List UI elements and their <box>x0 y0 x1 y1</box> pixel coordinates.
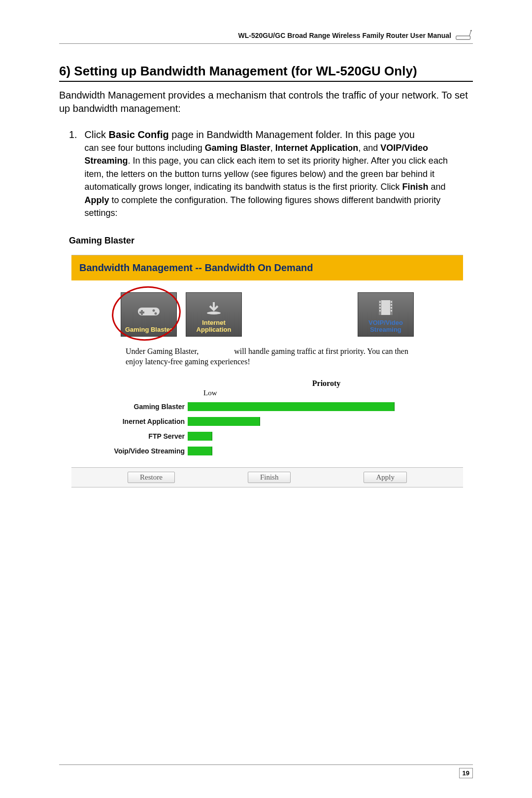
bar-label: Voip/Video Streaming <box>91 447 185 455</box>
bar-row-gaming: Gaming Blaster <box>91 399 443 414</box>
page-header: WL-520GU/GC Broad Range Wireless Family … <box>59 30 473 44</box>
step-number: 1. <box>69 128 82 141</box>
page-footer: 19 <box>59 764 473 778</box>
step-subtext: can see four buttons including Gaming Bl… <box>85 143 448 218</box>
axis-low-label: Low <box>203 389 443 397</box>
svg-rect-12 <box>379 301 381 303</box>
figure-banner: Bandwidth Management -- Bandwidth On Dem… <box>71 255 463 280</box>
priority-chart: Prioroty Low Gaming Blaster Inernet Appl… <box>71 375 463 467</box>
svg-rect-18 <box>391 307 392 309</box>
page-number: 19 <box>459 768 473 778</box>
router-icon <box>455 30 473 41</box>
bar-fill <box>188 447 212 455</box>
svg-point-8 <box>207 312 221 314</box>
bar-fill <box>188 402 395 411</box>
film-icon <box>377 293 395 319</box>
bar-label: FTP Server <box>91 432 185 440</box>
tile-row: Gaming Blaster Internet Application <box>71 280 463 343</box>
bar-fill <box>188 417 260 426</box>
svg-rect-16 <box>391 301 392 303</box>
svg-rect-19 <box>391 310 392 312</box>
section-title: 6) Setting up Bandwidth Management (for … <box>59 64 473 82</box>
figure-description: Under Gaming Blaster, will handle gaming… <box>71 343 463 375</box>
bar-row-ftp: FTP Server <box>91 429 443 444</box>
restore-button[interactable]: Restore <box>128 472 175 483</box>
tile-internet-application[interactable]: Internet Application <box>186 292 242 337</box>
finish-button[interactable]: Finish <box>248 472 291 483</box>
tile-label: Gaming Blaster <box>125 326 172 333</box>
tile-label: VOIP/Video Streaming <box>358 319 413 334</box>
sub-heading-gaming-blaster: Gaming Blaster <box>69 236 473 246</box>
manual-title: WL-520GU/GC Broad Range Wireless Family … <box>238 32 451 39</box>
bar-row-voip: Voip/Video Streaming <box>91 444 443 458</box>
tile-voip-video[interactable]: VOIP/Video Streaming <box>358 292 414 337</box>
svg-point-6 <box>153 310 155 312</box>
figure-gaming-blaster: Bandwidth Management -- Bandwidth On Dem… <box>71 255 463 487</box>
step-1: 1. Click Basic Config page in Bandwidth … <box>69 128 473 219</box>
tile-gaming-blaster[interactable]: Gaming Blaster <box>121 292 177 337</box>
download-icon <box>204 293 224 319</box>
svg-rect-14 <box>379 307 381 309</box>
step-text: Click Basic Config page in Bandwidth Man… <box>85 129 415 140</box>
svg-rect-0 <box>456 36 470 39</box>
bar-label: Gaming Blaster <box>91 403 185 411</box>
apply-button[interactable]: Apply <box>364 472 407 483</box>
action-row: Restore Finish Apply <box>71 467 463 487</box>
svg-rect-15 <box>379 310 381 312</box>
svg-rect-17 <box>391 304 392 306</box>
tile-label: Internet Application <box>186 319 241 334</box>
svg-point-7 <box>155 312 157 315</box>
svg-rect-13 <box>379 304 381 306</box>
intro-text: Bandwidth Management provides a mechanis… <box>59 89 473 115</box>
svg-line-1 <box>469 31 471 36</box>
gamepad-icon <box>137 293 161 326</box>
bar-label: Inernet Application <box>91 417 185 425</box>
chart-title: Prioroty <box>209 379 443 388</box>
svg-rect-5 <box>139 312 144 313</box>
svg-point-2 <box>470 30 472 32</box>
bar-fill <box>188 432 212 441</box>
bar-row-internet: Inernet Application <box>91 414 443 429</box>
